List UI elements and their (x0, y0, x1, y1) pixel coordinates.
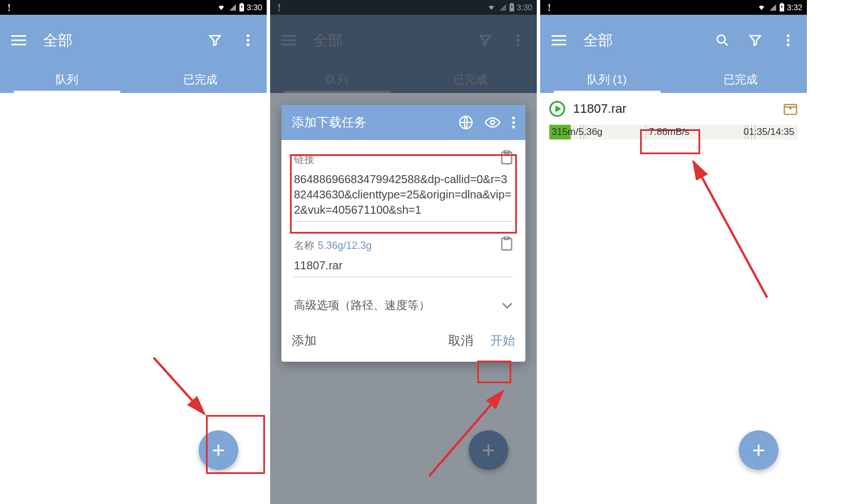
tabs: 队列 (1) 已完成 (540, 66, 807, 93)
screen-3-downloading: 3:32 全部 队列 (1) 已完成 11807.rar (540, 0, 807, 504)
app-bar: 全部 (0, 15, 267, 66)
svg-rect-2 (241, 3, 242, 4)
eye-icon[interactable] (485, 117, 500, 128)
plus-icon: + (482, 438, 495, 463)
add-download-dialog: 添加下载任务 链接 86488696683479942588&dp-callid… (281, 105, 525, 362)
status-time: 3:30 (247, 3, 262, 12)
add-fab: + (469, 430, 508, 470)
signal-icon (229, 3, 237, 11)
menu-icon[interactable] (550, 32, 567, 49)
status-time: 3:32 (787, 3, 802, 12)
advanced-options[interactable]: 高级选项（路径、速度等） (294, 294, 513, 315)
signal-icon (769, 3, 777, 11)
name-size: 5.36g/12.3g (318, 240, 372, 252)
filter-icon[interactable] (207, 32, 224, 49)
tab-queue-label: 队列 (1) (587, 72, 627, 87)
dialog-body: 链接 86488696683479942588&dp-callid=0&r=38… (281, 140, 525, 321)
download-progress-bar: 315m/5.36g 7.86mB/s 01:35/14:35 (549, 125, 798, 139)
clipboard-icon[interactable] (500, 236, 513, 251)
notification-icon (545, 3, 554, 12)
svg-point-3 (247, 35, 250, 37)
svg-rect-30 (784, 104, 797, 114)
progress-size: 315m/5.36g (552, 126, 603, 138)
chevron-down-icon (502, 302, 513, 309)
name-field: 名称 5.36g/12.3g 11807.rar (294, 239, 513, 277)
annotation-arrow (688, 156, 779, 303)
more-icon[interactable] (780, 32, 797, 49)
tab-queue-label: 队列 (56, 72, 78, 87)
play-icon[interactable] (549, 101, 565, 117)
name-label: 名称 (294, 239, 314, 252)
add-fab[interactable]: + (199, 430, 238, 470)
screen-1-empty-queue: 3:30 全部 队列 已完成 + (0, 0, 267, 504)
link-input[interactable]: 86488696683479942588&dp-callid=0&r=38244… (294, 166, 513, 222)
filter-icon[interactable] (747, 32, 764, 49)
wifi-icon (756, 3, 767, 11)
svg-point-0 (9, 10, 10, 11)
status-bar: 3:30 (0, 0, 267, 15)
progress-speed: 7.86mB/s (649, 126, 689, 138)
link-label: 链接 (294, 153, 314, 166)
svg-point-5 (247, 44, 250, 46)
add-fab[interactable]: + (739, 430, 779, 470)
page-title: 全部 (43, 31, 191, 50)
svg-line-31 (693, 162, 767, 298)
svg-point-14 (491, 121, 495, 125)
tab-done-label: 已完成 (183, 72, 217, 87)
search-icon[interactable] (714, 32, 731, 49)
svg-point-27 (787, 35, 790, 37)
wifi-icon (216, 3, 226, 11)
globe-icon[interactable] (458, 115, 473, 130)
add-button[interactable]: 添加 (292, 332, 317, 349)
svg-point-28 (787, 39, 790, 42)
cancel-button[interactable]: 取消 (448, 332, 473, 349)
page-title: 全部 (583, 31, 698, 50)
dialog-title: 添加下载任务 (292, 114, 367, 131)
battery-icon (239, 3, 245, 12)
plus-icon: + (212, 438, 225, 463)
tab-queue[interactable]: 队列 (1) (540, 66, 674, 93)
plus-icon: + (752, 438, 765, 463)
svg-rect-25 (781, 3, 782, 4)
archive-icon[interactable] (783, 102, 798, 116)
menu-icon[interactable] (10, 32, 27, 49)
annotation-arrow (153, 357, 216, 425)
svg-point-29 (787, 44, 790, 46)
advanced-label: 高级选项（路径、速度等） (294, 298, 430, 313)
app-bar: 全部 (540, 15, 807, 66)
tabs: 队列 已完成 (0, 66, 267, 93)
tab-done[interactable]: 已完成 (674, 66, 807, 93)
start-button[interactable]: 开始 (490, 332, 515, 349)
more-icon[interactable] (239, 32, 256, 49)
svg-point-26 (717, 35, 725, 43)
download-item[interactable]: 11807.rar 315m/5.36g 7.86mB/s 01:35/14:3… (540, 93, 807, 139)
name-input[interactable]: 11807.rar (294, 252, 513, 277)
link-field: 链接 86488696683479942588&dp-callid=0&r=38… (294, 153, 513, 222)
svg-point-16 (512, 121, 515, 124)
svg-point-23 (549, 10, 550, 11)
tab-done[interactable]: 已完成 (133, 66, 267, 93)
battery-icon (779, 3, 785, 12)
progress-eta: 01:35/14:35 (743, 126, 794, 138)
svg-line-6 (153, 357, 204, 414)
download-filename: 11807.rar (573, 101, 775, 116)
notification-icon (5, 3, 14, 12)
svg-point-15 (512, 117, 515, 120)
dialog-header: 添加下载任务 (281, 105, 525, 140)
clipboard-icon[interactable] (500, 150, 513, 165)
svg-point-4 (247, 39, 250, 42)
svg-point-17 (512, 126, 515, 129)
status-bar: 3:32 (540, 0, 807, 15)
dialog-more-icon[interactable] (512, 116, 515, 129)
screen-2-add-dialog: 3:30 全部 队列 已完成 添加下载任务 链接 864 (270, 0, 537, 504)
dialog-actions: 添加 取消 开始 (281, 321, 525, 362)
tab-done-label: 已完成 (723, 72, 758, 87)
tab-queue[interactable]: 队列 (0, 66, 133, 93)
